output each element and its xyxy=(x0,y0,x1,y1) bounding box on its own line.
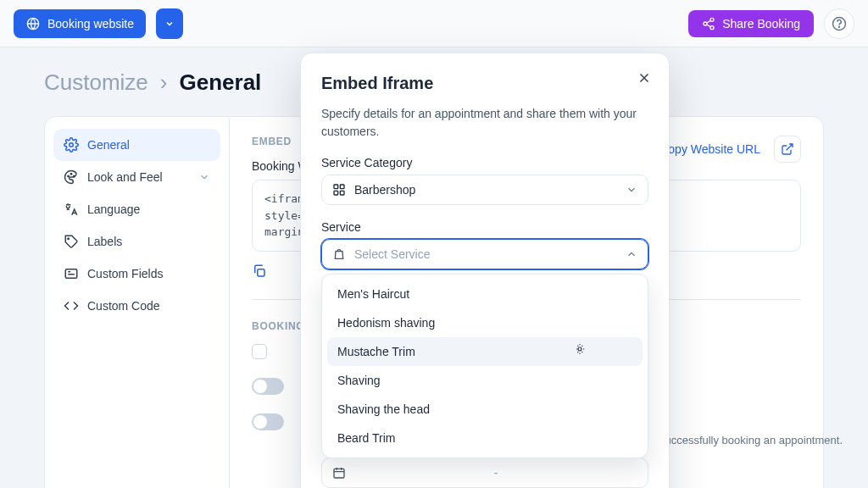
sidebar-item-label: Custom Fields xyxy=(87,267,163,280)
svg-point-5 xyxy=(839,26,840,27)
chevron-down-icon xyxy=(198,171,210,183)
copy-website-url-label: Copy Website URL xyxy=(659,142,760,156)
embed-iframe-modal: Embed Iframe Specify details for an appo… xyxy=(300,53,670,488)
breadcrumb-sep: › xyxy=(160,69,168,96)
svg-rect-15 xyxy=(340,185,344,189)
option-toggle[interactable] xyxy=(252,413,284,430)
svg-point-1 xyxy=(710,18,714,21)
sidebar: General Look and Feel Language xyxy=(45,117,230,488)
chevron-up-icon xyxy=(626,248,637,260)
date-range-separator: - xyxy=(354,466,637,480)
globe-icon xyxy=(25,16,41,31)
chevron-down-icon xyxy=(626,184,637,196)
svg-rect-17 xyxy=(340,191,344,195)
share-booking-button[interactable]: Share Booking xyxy=(688,10,814,37)
sidebar-item-labels[interactable]: Labels xyxy=(53,225,220,258)
sidebar-item-custom-fields[interactable]: Custom Fields xyxy=(53,258,220,290)
option-checkbox[interactable] xyxy=(252,344,267,359)
sidebar-item-label: Language xyxy=(87,202,140,216)
open-external-button[interactable] xyxy=(774,136,801,163)
svg-point-18 xyxy=(578,347,581,351)
sidebar-item-general[interactable]: General xyxy=(53,129,220,161)
svg-point-8 xyxy=(70,174,72,175)
svg-rect-19 xyxy=(334,469,344,478)
sidebar-item-custom-code[interactable]: Custom Code xyxy=(53,290,220,322)
svg-point-6 xyxy=(70,143,74,147)
sidebar-item-label: Look and Feel xyxy=(87,170,163,184)
service-category-select[interactable]: Barbershop xyxy=(321,175,648,205)
service-placeholder: Select Service xyxy=(354,247,430,261)
date-range-picker[interactable]: - xyxy=(321,458,648,488)
service-option[interactable]: Shaving xyxy=(327,366,643,395)
share-icon xyxy=(702,17,715,30)
sidebar-item-label: Labels xyxy=(87,235,122,248)
tag-icon xyxy=(64,234,79,249)
language-icon xyxy=(64,202,79,217)
service-option[interactable]: Men's Haircut xyxy=(327,280,643,308)
sidebar-item-look-and-feel[interactable]: Look and Feel xyxy=(53,161,220,193)
cursor-icon xyxy=(575,342,588,356)
service-option[interactable]: Shaving the head xyxy=(327,395,643,424)
svg-rect-13 xyxy=(258,269,264,275)
svg-rect-16 xyxy=(334,191,338,195)
modal-title: Embed Iframe xyxy=(321,74,648,93)
breadcrumb-parent[interactable]: Customize xyxy=(44,69,148,96)
service-option[interactable]: Mustache Trim xyxy=(327,337,643,366)
service-category-label: Service Category xyxy=(321,156,648,169)
sidebar-item-language[interactable]: Language xyxy=(53,193,220,225)
service-option[interactable]: Beard Trim xyxy=(327,424,643,452)
sidebar-item-label: Custom Code xyxy=(87,299,160,313)
svg-point-2 xyxy=(704,22,707,25)
svg-point-9 xyxy=(74,175,75,177)
option-toggle[interactable] xyxy=(252,378,284,395)
code-icon xyxy=(64,298,79,313)
service-dropdown: Men's Haircut Hedonism shaving Mustache … xyxy=(321,274,648,458)
form-icon xyxy=(64,266,79,281)
share-booking-label: Share Booking xyxy=(722,17,800,30)
svg-point-7 xyxy=(68,175,70,177)
bag-icon xyxy=(332,247,346,261)
calendar-icon xyxy=(332,466,346,480)
booking-website-button[interactable]: Booking website xyxy=(14,9,146,38)
service-option-label: Mustache Trim xyxy=(337,345,415,358)
grid-icon xyxy=(332,183,346,197)
service-label: Service xyxy=(321,220,648,234)
service-category-value: Barbershop xyxy=(354,183,415,197)
help-button[interactable] xyxy=(824,8,854,39)
gear-icon xyxy=(64,137,79,152)
booking-website-dropdown[interactable] xyxy=(156,8,183,39)
modal-close-button[interactable] xyxy=(637,70,652,86)
service-option[interactable]: Hedonism shaving xyxy=(327,308,643,337)
service-select[interactable]: Select Service xyxy=(321,239,648,269)
sidebar-item-label: General xyxy=(87,138,130,152)
booking-website-label: Booking website xyxy=(47,17,134,30)
modal-description: Specify details for an appointment and s… xyxy=(321,105,648,141)
breadcrumb-current: General xyxy=(180,69,262,96)
palette-icon xyxy=(64,169,79,185)
svg-point-3 xyxy=(710,25,714,29)
svg-rect-14 xyxy=(334,185,338,189)
svg-point-10 xyxy=(68,238,70,240)
copy-icon[interactable] xyxy=(252,263,267,279)
